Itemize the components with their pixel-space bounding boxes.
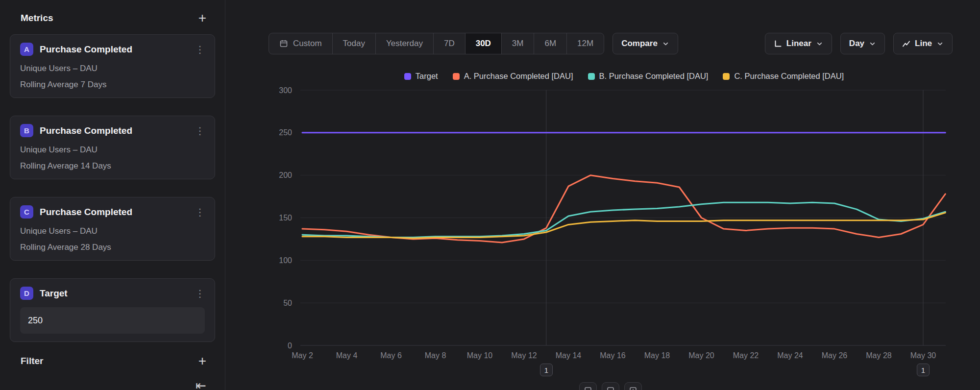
metric-measure: Unique Users – DAU <box>20 145 205 155</box>
y-tick-label: 0 <box>288 341 292 350</box>
metric-card-a[interactable]: A Purchase Completed ⋮ Unique Users – DA… <box>10 34 215 98</box>
chart-type-selector-button[interactable]: Line <box>893 33 953 54</box>
add-metric-button[interactable]: + <box>198 13 206 24</box>
range-3m[interactable]: 3M <box>501 33 534 54</box>
y-tick-label: 100 <box>279 256 292 265</box>
metric-card-c[interactable]: C Purchase Completed ⋮ Unique Users – DA… <box>10 197 215 261</box>
metric-title: Purchase Completed <box>40 44 189 55</box>
x-tick-label: May 28 <box>866 351 892 360</box>
board-icon <box>584 387 592 390</box>
compare-button[interactable]: Compare <box>612 33 678 54</box>
chart-toolbar: Custom Today Yesterday 7D 30D 3M 6M 12M … <box>269 33 953 54</box>
chart-type-label: Line <box>915 39 932 49</box>
x-tick-label: May 12 <box>511 351 537 360</box>
legend-label: A. Purchase Completed [DAU] <box>464 72 573 81</box>
table-icon <box>607 387 614 390</box>
add-filter-button[interactable]: + <box>198 356 206 366</box>
range-7d[interactable]: 7D <box>433 33 465 54</box>
footer-action-button-3[interactable] <box>624 382 642 390</box>
kebab-menu-icon[interactable]: ⋮ <box>195 125 205 137</box>
filter-section: Filter + <box>21 356 206 366</box>
x-tick-label: May 2 <box>292 351 313 360</box>
range-yesterday[interactable]: Yesterday <box>375 33 433 54</box>
legend-swatch-a <box>453 73 460 80</box>
x-tick-label: May 14 <box>556 351 582 360</box>
range-30d[interactable]: 30D <box>465 33 501 54</box>
kebab-menu-icon[interactable]: ⋮ <box>195 206 205 218</box>
legend-item-a[interactable]: A. Purchase Completed [DAU] <box>453 72 573 81</box>
metric-card-b[interactable]: B Purchase Completed ⋮ Unique Users – DA… <box>10 116 215 179</box>
x-tick-label: May 20 <box>688 351 714 360</box>
x-tick-label: May 18 <box>644 351 670 360</box>
footer-action-button-2[interactable] <box>602 382 619 390</box>
x-tick-label: May 16 <box>600 351 626 360</box>
legend-label: C. Purchase Completed [DAU] <box>734 72 844 81</box>
metric-badge-a: A <box>20 43 33 56</box>
y-tick-label: 200 <box>279 171 292 179</box>
x-tick-label: May 26 <box>822 351 848 360</box>
range-label: Custom <box>293 39 322 49</box>
x-tick-label: May 4 <box>336 351 358 360</box>
legend-swatch-b <box>588 73 595 80</box>
metric-title: Purchase Completed <box>40 125 189 136</box>
date-range-controls: Custom Today Yesterday 7D 30D 3M 6M 12M … <box>269 33 678 54</box>
range-6m[interactable]: 6M <box>534 33 566 54</box>
y-tick-label: 150 <box>279 214 292 222</box>
filter-heading: Filter <box>21 356 43 366</box>
metric-measure: Unique Users – DAU <box>20 226 205 236</box>
metric-rolling-average: Rolling Average 7 Days <box>20 80 205 90</box>
range-12m[interactable]: 12M <box>566 33 604 54</box>
chart-footer-actions <box>579 382 642 390</box>
metric-rolling-average: Rolling Average 28 Days <box>20 243 205 252</box>
metric-measure: Unique Users – DAU <box>20 64 205 73</box>
interval-label: Day <box>849 39 864 49</box>
annotation-marker[interactable]: 1 <box>917 364 930 376</box>
legend-label: Target <box>416 72 438 81</box>
chart-display-controls: Linear Day Line <box>765 33 953 54</box>
line-chart-icon <box>902 40 910 48</box>
target-title: Target <box>40 288 189 299</box>
metric-title: Purchase Completed <box>40 207 189 218</box>
kebab-menu-icon[interactable]: ⋮ <box>195 44 205 55</box>
x-tick-label: May 8 <box>425 351 446 360</box>
metric-badge-d: D <box>20 287 33 300</box>
x-tick-label: May 22 <box>733 351 759 360</box>
linear-scale-icon <box>774 40 782 48</box>
legend-swatch-c <box>723 73 730 80</box>
metric-badge-c: C <box>20 205 33 219</box>
legend-item-b[interactable]: B. Purchase Completed [DAU] <box>588 72 709 81</box>
chevron-down-icon <box>936 40 944 48</box>
kebab-menu-icon[interactable]: ⋮ <box>195 288 205 299</box>
chart-legend: Target A. Purchase Completed [DAU] B. Pu… <box>302 72 946 81</box>
y-tick-label: 250 <box>279 128 292 137</box>
chart-icon <box>629 387 637 390</box>
target-value-input[interactable] <box>20 307 205 334</box>
date-range-segmented-control: Custom Today Yesterday 7D 30D 3M 6M 12M <box>269 33 604 54</box>
metrics-sidebar: Metrics + A Purchase Completed ⋮ Unique … <box>0 0 225 390</box>
metric-rolling-average: Rolling Average 14 Days <box>20 161 205 171</box>
collapse-sidebar-icon[interactable]: ⇤ <box>196 378 206 390</box>
series-line-3 <box>302 213 945 238</box>
legend-item-c[interactable]: C. Purchase Completed [DAU] <box>723 72 844 81</box>
calendar-icon <box>279 39 288 48</box>
x-tick-label: May 30 <box>910 351 936 360</box>
footer-action-button-1[interactable] <box>579 382 597 390</box>
chevron-down-icon <box>662 40 669 48</box>
annotation-marker[interactable]: 1 <box>540 364 553 376</box>
scale-selector-button[interactable]: Linear <box>765 33 832 54</box>
legend-item-target[interactable]: Target <box>404 72 438 81</box>
x-tick-label: May 24 <box>777 351 803 360</box>
legend-swatch-target <box>404 73 411 80</box>
legend-label: B. Purchase Completed [DAU] <box>599 72 709 81</box>
scale-label: Linear <box>786 39 811 49</box>
x-tick-label: May 6 <box>380 351 402 360</box>
interval-selector-button[interactable]: Day <box>840 33 885 54</box>
metric-badge-b: B <box>20 124 33 137</box>
range-today[interactable]: Today <box>332 33 375 54</box>
range-custom[interactable]: Custom <box>269 33 332 54</box>
compare-label: Compare <box>621 39 658 49</box>
chevron-down-icon <box>816 40 823 48</box>
series-line-2 <box>302 202 945 237</box>
target-card[interactable]: D Target ⋮ <box>10 278 215 342</box>
y-tick-label: 50 <box>283 299 292 307</box>
